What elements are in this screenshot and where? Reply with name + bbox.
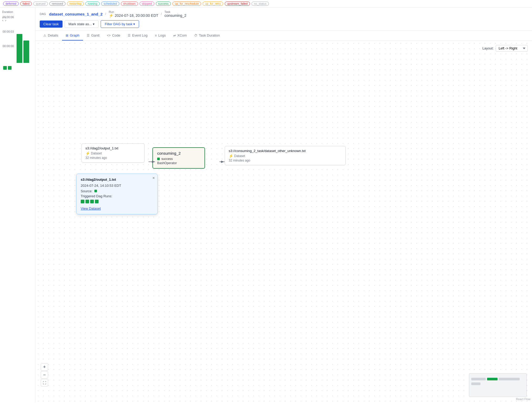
node-dataset-right[interactable]: s3://consuming_2_task/dataset_other_unkn… [225, 146, 346, 165]
tab-label-7: Task Duration [199, 33, 220, 37]
bar-1 [17, 34, 22, 63]
tab-label-6: XCom [177, 33, 187, 37]
status-badge-running[interactable]: running [85, 2, 100, 6]
popup-date: 2024-07-24, 14:10:53 EDT [81, 184, 153, 188]
dataset-right-title: s3://consuming_2_task/dataset_other_unkn… [229, 149, 342, 153]
layout-control: Layout: Left -> Right Top -> Bottom [482, 45, 528, 52]
view-dataset-link[interactable]: View Dataset [81, 206, 101, 210]
tab-task-duration[interactable]: ⏱Task Duration [191, 31, 223, 41]
popup-triggered-dots [81, 200, 153, 203]
database-right-icon: ⚡ [229, 154, 233, 158]
tab-details[interactable]: ⚠Details [40, 31, 62, 41]
clear-task-button[interactable]: Clear task [40, 21, 63, 28]
task-operator: BashOperator [157, 161, 200, 165]
popup-source-label: Source: [81, 189, 153, 193]
task-node-title: consuming_2 [157, 151, 200, 155]
status-badge-removed[interactable]: removed [49, 2, 65, 6]
tabs: ⚠Details⊞Graph☰Gantt<>Code☰Event Log≡Log… [35, 31, 532, 41]
header: DAG dataset_consumes_1_and_2 / Run ⚡ 202… [35, 8, 532, 31]
status-badge-restarting[interactable]: restarting [67, 2, 84, 6]
breadcrumb-sep-2: / [161, 12, 162, 16]
task-status-row: success [157, 157, 200, 161]
popup-dot-2 [85, 200, 89, 203]
task-value: consuming_2 [165, 13, 186, 18]
tab-label-5: Logs [158, 33, 166, 37]
success-status-dot [157, 158, 160, 160]
status-badge-scheduled[interactable]: scheduled [101, 2, 119, 6]
sidebar-duration-label: Duration [2, 10, 33, 13]
zoom-controls: + − ⛶ [41, 363, 48, 386]
popup-dot-1 [81, 200, 84, 203]
sidebar-time-6: 00:00:06 [3, 16, 14, 19]
sidebar: ⛶ Duration 00:00:06 00:00:03 00:00:00 [0, 8, 35, 402]
bar-2 [23, 41, 29, 63]
layout-select[interactable]: Left -> Right Top -> Bottom [496, 45, 528, 52]
breadcrumb-sep-1: / [105, 12, 106, 16]
tab-label-2: Gantt [91, 33, 100, 37]
status-bar: deferredfailedqueuedremovedrestartingrun… [0, 0, 532, 8]
mini-map-bar-3 [499, 378, 520, 380]
status-badge-queued[interactable]: queued [33, 2, 48, 6]
popup-source-dot [94, 190, 97, 192]
dataset-right-time: 32 minutes ago [229, 159, 342, 162]
task-label: Task [165, 10, 186, 13]
sidebar-time-3: 00:00:03 [3, 30, 14, 33]
zoom-out-button[interactable]: − [41, 371, 48, 379]
dataset-left-time: 32 minutes ago [85, 156, 141, 160]
tab-icon-7: ⏱ [194, 34, 197, 37]
zoom-fit-button[interactable]: ⛶ [41, 379, 48, 386]
status-badge-deferred[interactable]: deferred [3, 2, 19, 6]
dataset-popup[interactable]: × s3://dag2/output_1.txt 2024-07-24, 14:… [76, 174, 158, 214]
status-badge-failed[interactable]: failed [20, 2, 32, 6]
tab-gantt[interactable]: ☰Gantt [83, 31, 103, 41]
sidebar-time-0: 00:00:00 [3, 44, 14, 48]
dag-name[interactable]: dataset_consumes_1_and_2 [49, 12, 103, 16]
graph-area[interactable]: Layout: Left -> Right Top -> Bottom [35, 41, 532, 402]
mark-state-button[interactable]: Mark state as... ▾ [65, 20, 99, 28]
run-icon: ⚡ [109, 13, 113, 18]
dataset-left-title: s3://dag2/output_1.txt [85, 146, 141, 150]
chevron-down-icon: ▾ [93, 22, 95, 26]
mini-map [469, 373, 527, 397]
popup-triggered-label: Triggered Dag Runs: [81, 194, 153, 198]
dag-label: DAG [40, 12, 46, 16]
database-icon: ⚡ [85, 151, 90, 155]
status-badge-upstream_failed[interactable]: upstream_failed [225, 2, 250, 6]
actions: Clear task Mark state as... ▾ Filter DAG… [40, 20, 528, 28]
tab-xcom[interactable]: ⇌XCom [170, 31, 191, 41]
tab-label-0: Details [48, 33, 58, 37]
status-badge-skipped[interactable]: skipped [140, 2, 154, 6]
popup-dot-4 [95, 200, 99, 203]
tab-event-log[interactable]: ☰Event Log [124, 31, 151, 41]
sidebar-dot-2[interactable] [8, 66, 12, 70]
mini-map-bar-1 [471, 378, 486, 380]
status-badge-up_for_retry[interactable]: up_for_retry [203, 2, 223, 6]
layout-label: Layout: [482, 46, 494, 50]
connector-svg [35, 41, 532, 402]
tab-logs[interactable]: ≡Logs [151, 31, 169, 41]
dataset-left-type: ⚡ Dataset [85, 151, 141, 155]
tab-code[interactable]: <>Code [103, 31, 124, 41]
filter-dag-button[interactable]: Filter DAG by task ▾ [101, 20, 139, 28]
tab-graph[interactable]: ⊞Graph [62, 31, 83, 41]
mini-map-bar-4 [471, 382, 480, 385]
status-badge-success[interactable]: success [156, 2, 171, 6]
node-dataset-left[interactable]: s3://dag2/output_1.txt ⚡ Dataset 32 minu… [81, 143, 145, 163]
tab-icon-3: <> [107, 34, 111, 37]
tab-label-3: Code [112, 33, 120, 37]
status-badge-no_status[interactable]: no_status [252, 2, 269, 6]
tab-icon-2: ☰ [87, 34, 90, 37]
main-layout: ⛶ Duration 00:00:06 00:00:03 00:00:00 DA… [0, 8, 532, 402]
popup-close-button[interactable]: × [152, 176, 155, 180]
task-status-label: success [161, 157, 173, 161]
status-badge-up_for_reschedule[interactable]: up_for_reschedule [172, 2, 201, 6]
sidebar-dot-1[interactable] [3, 66, 7, 70]
sidebar-dots [2, 66, 33, 70]
status-badge-shutdown[interactable]: shutdown [121, 2, 138, 6]
zoom-in-button[interactable]: + [41, 363, 48, 371]
node-task[interactable]: consuming_2 success BashOperator [152, 147, 205, 169]
tab-icon-0: ⚠ [43, 34, 46, 37]
breadcrumb: DAG dataset_consumes_1_and_2 / Run ⚡ 202… [40, 10, 528, 18]
run-label: Run [109, 10, 158, 13]
run-value: ⚡ 2024-07-18, 20:00:00 EDT [109, 13, 158, 18]
